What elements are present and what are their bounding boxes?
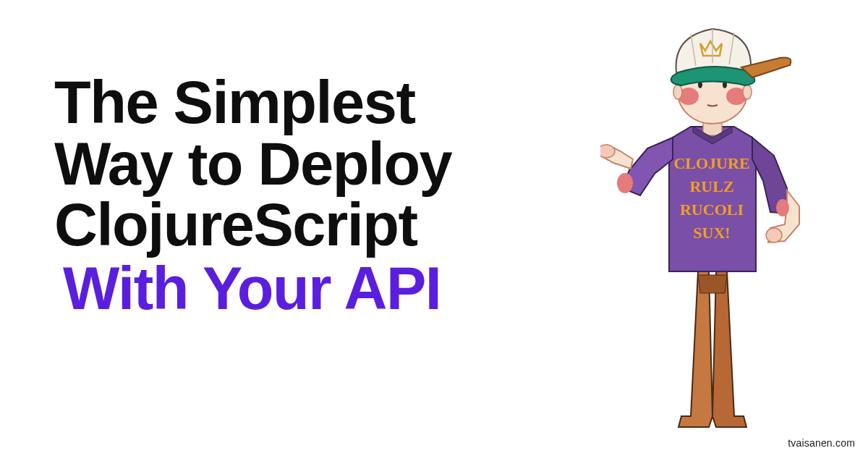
svg-point-0 [600, 145, 615, 158]
shirt-text-4: SUX! [693, 224, 730, 242]
mascot-cap [671, 29, 791, 85]
site-attribution: tvaisanen.com [788, 437, 855, 449]
headline-accent-line: With Your API [54, 256, 590, 321]
svg-point-3 [776, 199, 789, 216]
mascot-shirt: CLOJURE RULZ RUCOLI SUX! [622, 127, 788, 271]
svg-point-10 [743, 85, 752, 99]
shirt-text-3: RUCOLI [680, 200, 744, 219]
svg-point-2 [766, 228, 782, 242]
shirt-text-1: CLOJURE [673, 154, 749, 172]
headline-block: The Simplest Way to Deploy ClojureScript… [54, 72, 590, 321]
mascot-illustration: CLOJURE RULZ RUCOLI SUX! [600, 11, 839, 445]
svg-point-9 [673, 85, 682, 99]
shirt-text-2: RULZ [689, 177, 733, 195]
mascot-legs [678, 271, 746, 427]
headline-line-2: Way to Deploy [54, 134, 590, 195]
headline-line-3: ClojureScript [54, 195, 590, 256]
svg-point-1 [617, 173, 633, 193]
mascot-left-arm [600, 145, 633, 193]
headline-line-1: The Simplest [54, 72, 590, 134]
social-card: The Simplest Way to Deploy ClojureScript… [0, 0, 868, 456]
